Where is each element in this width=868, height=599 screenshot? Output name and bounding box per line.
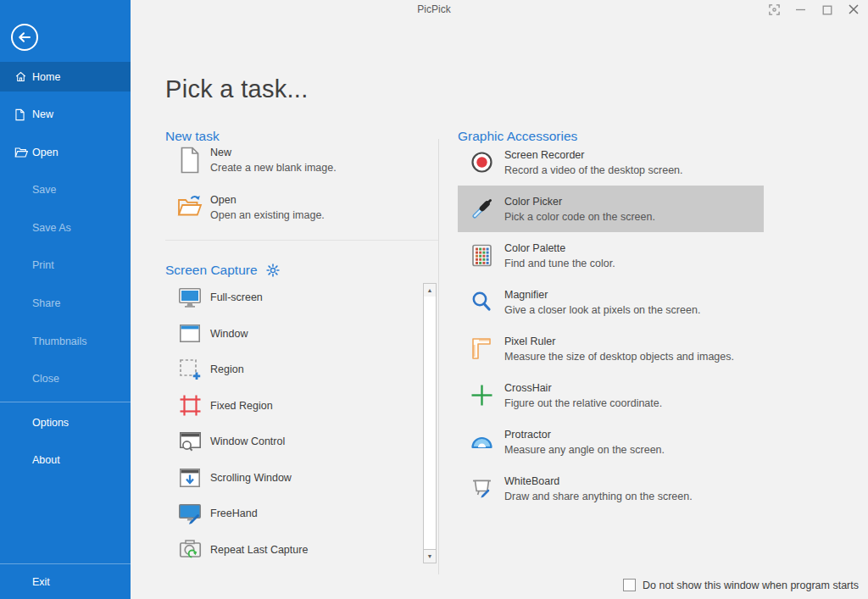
sidebar: HomeNewOpenSaveSave AsPrintShareThumbnai… (0, 0, 131, 599)
open-folder-icon (14, 147, 32, 158)
open-doc-icon (177, 194, 203, 218)
task-item-desc: Create a new blank image. (210, 160, 337, 175)
capture-item-region[interactable]: Region (165, 352, 415, 388)
accessory-item-desc: Draw and share anything on the screen. (504, 489, 693, 504)
sidebar-item-save[interactable]: Save (0, 175, 131, 205)
accessory-item-text: MagnifierGive a closer look at pixels on… (504, 287, 700, 318)
sidebar-item-print[interactable]: Print (0, 251, 131, 280)
accessory-item-desc: Find and tune the color. (504, 256, 615, 271)
capture-item-label: Repeat Last Capture (210, 544, 308, 556)
capture-item-label: FreeHand (210, 507, 258, 519)
accessory-item-desc: Give a closer look at pixels on the scre… (504, 302, 700, 318)
sidebar-item-label: Open (32, 147, 58, 158)
scrollbar-thumb[interactable] (424, 297, 436, 550)
accessory-item-text: ProtractorMeasure any angle on the scree… (504, 427, 665, 458)
capture-item-freehand[interactable]: FreeHand (165, 496, 415, 532)
sidebar-item-new[interactable]: New (0, 100, 131, 130)
capture-item-label: Window Control (210, 435, 285, 447)
sidebar-item-share[interactable]: Share (0, 289, 131, 319)
capture-item-scrolling-window[interactable]: Scrolling Window (165, 460, 415, 496)
sidebar-item-label: About (32, 454, 60, 466)
pixel-ruler-icon (469, 337, 494, 360)
maximize-icon (822, 3, 832, 19)
sidebar-item-label: New (32, 108, 53, 120)
screen-capture-header: Screen Capture (165, 263, 281, 278)
accessory-item-color-palette[interactable]: Color PaletteFind and tune the color. (458, 232, 764, 279)
fixed-region-icon (178, 394, 202, 417)
region-icon (178, 358, 202, 381)
startup-checkbox-row[interactable]: Do not show this window when program sta… (623, 579, 859, 591)
new-task-list: NewCreate a new blank image.OpenOpen an … (165, 145, 438, 240)
gear-icon[interactable] (265, 263, 281, 278)
sidebar-item-about[interactable]: About (0, 446, 131, 475)
new-doc-icon (177, 147, 203, 174)
sidebar-item-label: Home (32, 71, 60, 83)
sidebar-item-label: Share (32, 297, 60, 309)
startup-checkbox[interactable] (623, 579, 636, 591)
column-divider (438, 139, 439, 574)
back-arrow-icon (10, 40, 39, 54)
sidebar-item-label: Save As (32, 222, 71, 234)
capture-item-window[interactable]: Window (165, 316, 415, 352)
back-button[interactable] (0, 0, 131, 62)
scrolling-window-icon (178, 468, 202, 488)
sidebar-item-label: Exit (32, 576, 50, 588)
sidebar-item-label: Print (32, 259, 54, 271)
screen-capture-button[interactable] (761, 0, 787, 22)
task-item-title: New (210, 145, 337, 160)
accessory-item-desc: Measure any angle on the screen. (504, 442, 665, 458)
accessory-item-title: CrossHair (504, 380, 662, 396)
color-palette-icon (469, 244, 494, 267)
maximize-button[interactable] (814, 0, 840, 22)
freehand-icon (178, 503, 202, 524)
window-controls (761, 0, 866, 22)
whiteboard-icon (469, 478, 494, 499)
capture-item-window-control[interactable]: Window Control (165, 424, 415, 460)
graphic-accessories-list: Screen RecorderRecord a video of the des… (458, 139, 764, 512)
sidebar-item-close[interactable]: Close (0, 364, 131, 394)
accessory-item-desc: Pick a color code on the screen. (504, 209, 655, 225)
sidebar-item-label: Thumbnails (32, 336, 87, 347)
repeat-capture-icon (178, 539, 202, 560)
accessory-item-text: CrossHairFigure out the relative coordin… (504, 380, 662, 411)
accessory-item-crosshair[interactable]: CrossHairFigure out the relative coordin… (458, 372, 764, 419)
new-file-icon (14, 108, 32, 121)
close-button[interactable] (840, 0, 866, 22)
task-item-new[interactable]: NewCreate a new blank image. (165, 145, 438, 192)
accessory-item-pixel-ruler[interactable]: Pixel RulerMeasure the size of desktop o… (458, 325, 764, 372)
protractor-icon (469, 435, 494, 449)
sidebar-item-options[interactable]: Options (0, 408, 131, 437)
scrollbar[interactable]: ▲ ▼ (423, 283, 437, 563)
sidebar-item-exit[interactable]: Exit (0, 564, 131, 599)
screen-recorder-icon (469, 151, 494, 174)
sidebar-item-home[interactable]: Home (0, 62, 131, 92)
color-picker-icon (469, 197, 494, 220)
accessory-item-title: Color Picker (504, 194, 655, 209)
capture-item-repeat-last-capture[interactable]: Repeat Last Capture (165, 532, 415, 568)
accessory-item-text: Pixel RulerMeasure the size of desktop o… (504, 334, 734, 364)
task-item-text: OpenOpen an existing image. (210, 192, 325, 223)
task-item-open[interactable]: OpenOpen an existing image. (165, 192, 438, 240)
minimize-button[interactable] (787, 0, 814, 22)
capture-frame-icon (768, 3, 781, 19)
accessory-item-color-picker[interactable]: Color PickerPick a color code on the scr… (458, 186, 764, 232)
accessory-item-whiteboard[interactable]: WhiteBoardDraw and share anything on the… (458, 465, 764, 512)
sidebar-item-save-as[interactable]: Save As (0, 213, 131, 242)
accessory-item-title: Screen Recorder (504, 147, 683, 163)
accessory-item-text: WhiteBoardDraw and share anything on the… (504, 474, 693, 504)
accessory-item-title: WhiteBoard (504, 474, 693, 489)
accessory-item-text: Color PaletteFind and tune the color. (504, 241, 615, 271)
capture-item-label: Scrolling Window (210, 472, 292, 484)
scrollbar-up-button[interactable]: ▲ (424, 284, 436, 297)
window-icon (178, 324, 202, 343)
startup-checkbox-label: Do not show this window when program sta… (643, 580, 859, 591)
accessory-item-protractor[interactable]: ProtractorMeasure any angle on the scree… (458, 419, 764, 465)
accessory-item-magnifier[interactable]: MagnifierGive a closer look at pixels on… (458, 279, 764, 325)
sidebar-item-open[interactable]: Open (0, 137, 131, 167)
capture-item-full-screen[interactable]: Full-screen (165, 280, 415, 316)
accessory-item-screen-recorder[interactable]: Screen RecorderRecord a video of the des… (458, 139, 764, 186)
capture-item-fixed-region[interactable]: Fixed Region (165, 388, 415, 424)
picpick-window: PicPick HomeNewOpenSaveSave AsPrintShare… (0, 0, 868, 599)
sidebar-item-thumbnails[interactable]: Thumbnails (0, 326, 131, 356)
scrollbar-down-button[interactable]: ▼ (424, 549, 436, 563)
